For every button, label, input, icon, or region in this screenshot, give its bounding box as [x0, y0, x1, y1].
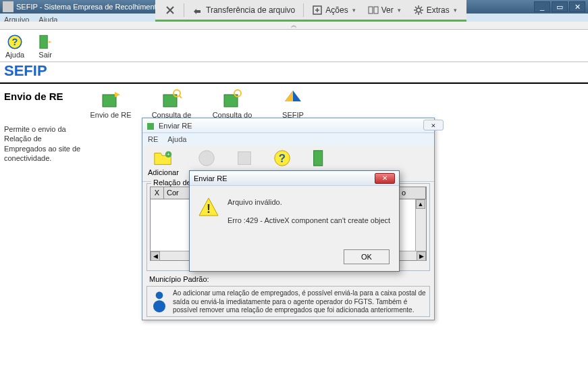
svg-rect-19: [313, 151, 322, 166]
overlay-close-button[interactable]: [161, 3, 180, 17]
svg-text:+: +: [167, 151, 170, 157]
info-text: Ao adicionar uma relação de empregados, …: [173, 289, 427, 314]
toolbar-exit[interactable]: [310, 148, 330, 168]
svg-rect-6: [40, 35, 47, 49]
adicionar-button[interactable]: + Adicionar: [148, 148, 179, 176]
enviar-re-title: Enviar RE: [159, 122, 430, 130]
error-message: Arquivo inválido. Erro :429 - ActiveX co…: [228, 197, 390, 226]
relacao-legend: Relação de: [151, 178, 193, 187]
adicionar-label: Adicionar: [148, 168, 179, 176]
svg-point-3: [417, 8, 421, 12]
help-icon: ?: [272, 148, 292, 168]
sefip-icon: [282, 88, 304, 109]
error-buttons: OK: [344, 249, 390, 264]
send-icon: [100, 88, 122, 109]
app-icon: [3, 1, 14, 12]
vertical-scrollbar[interactable]: ▲: [415, 199, 426, 251]
enviar-re-titlebar[interactable]: Enviar RE: [142, 118, 434, 133]
minimize-button[interactable]: _: [534, 1, 550, 12]
view-dropdown[interactable]: Ver: [364, 3, 405, 17]
exit-icon: [310, 148, 330, 168]
toolbar-sair[interactable]: Sair: [36, 33, 54, 59]
exit-icon: [36, 33, 54, 51]
envio-re-item[interactable]: Envio de RE: [88, 88, 134, 127]
ok-button[interactable]: OK: [344, 249, 390, 264]
main-toolbar: ? Ajuda Sair: [0, 30, 588, 62]
svg-rect-7: [103, 95, 116, 107]
col-right[interactable]: o: [399, 187, 426, 199]
enviar-re-close-button[interactable]: ⨉: [423, 120, 444, 130]
svg-point-20: [153, 300, 165, 312]
actions-dropdown[interactable]: Ações: [308, 3, 359, 17]
separator: [184, 3, 184, 17]
svg-point-15: [199, 151, 215, 166]
info-panel: Ao adicionar uma relação de empregados, …: [146, 286, 430, 317]
transfer-icon: [192, 5, 203, 16]
svg-point-21: [156, 292, 163, 299]
error-body: ! Arquivo inválido. Erro :429 - ActiveX …: [190, 186, 399, 231]
error-title: Enviar RE: [194, 174, 375, 182]
error-titlebar[interactable]: Enviar RE ✕: [190, 171, 399, 186]
enviar-re-menubar: RE Ajuda: [142, 133, 434, 145]
error-line1: Arquivo inválido.: [228, 197, 390, 208]
query-icon: [161, 88, 182, 109]
svg-rect-1: [369, 7, 373, 14]
toolbar-help[interactable]: ?: [272, 148, 292, 168]
scroll-left-icon[interactable]: ◀: [151, 251, 160, 261]
col-x[interactable]: X: [151, 187, 164, 199]
municipio-label: Município Padrão:: [149, 275, 209, 283]
close-button[interactable]: ✕: [569, 1, 585, 12]
toolbar-ajuda-label: Ajuda: [5, 51, 24, 59]
svg-text:!: !: [207, 202, 211, 216]
separator: [303, 3, 304, 17]
extras-dropdown[interactable]: Extras: [409, 3, 461, 17]
section-title: Envio de RE: [4, 91, 63, 102]
window-icon: [146, 121, 156, 130]
toolbar-sair-label: Sair: [38, 51, 52, 59]
svg-rect-16: [238, 152, 250, 165]
disabled-icon: [234, 148, 255, 168]
query-icon: [221, 88, 243, 109]
page-title: SEFIP: [4, 62, 47, 80]
extras-label: Extras: [427, 5, 450, 15]
scroll-up-icon[interactable]: ▲: [416, 199, 425, 209]
section-description: Permite o envio da Relação de Empregados…: [4, 124, 85, 163]
help-icon: ?: [6, 33, 24, 51]
error-line2: Erro :429 - ActiveX component can't crea…: [228, 215, 390, 226]
info-icon: [150, 289, 169, 314]
file-transfer-button[interactable]: Transferência de arquivo: [188, 3, 299, 17]
divider: [0, 82, 588, 84]
svg-rect-2: [374, 7, 378, 14]
svg-rect-12: [147, 123, 154, 130]
actions-icon: [312, 5, 323, 16]
toolbar-item-2[interactable]: [196, 148, 217, 168]
scroll-right-icon[interactable]: ▶: [417, 251, 426, 261]
warning-icon: !: [198, 197, 219, 218]
toolbar-ajuda[interactable]: ? Ajuda: [5, 33, 24, 59]
view-icon: [368, 5, 379, 16]
overlay-collapse-bar[interactable]: ︽: [0, 22, 588, 30]
disabled-icon: [196, 148, 217, 168]
gear-icon: [413, 5, 424, 16]
menu-re[interactable]: RE: [148, 135, 158, 143]
actions-label: Ações: [325, 5, 348, 15]
menu-ajuda[interactable]: Ajuda: [167, 135, 186, 143]
file-transfer-label: Transferência de arquivo: [206, 5, 295, 15]
folder-add-icon: +: [153, 148, 173, 168]
envio-re-label: Envio de RE: [90, 111, 131, 119]
svg-text:?: ?: [279, 152, 286, 165]
maximize-button[interactable]: ▭: [552, 1, 568, 12]
svg-text:?: ?: [12, 36, 18, 47]
toolbar-item-3[interactable]: [234, 148, 255, 168]
x-icon: [165, 5, 176, 16]
view-label: Ver: [381, 5, 394, 15]
error-dialog: Enviar RE ✕ ! Arquivo inválido. Erro :42…: [189, 170, 400, 272]
overlay-toolbar: Transferência de arquivo Ações Ver Extra…: [155, 0, 466, 22]
error-close-button[interactable]: ✕: [375, 173, 395, 184]
